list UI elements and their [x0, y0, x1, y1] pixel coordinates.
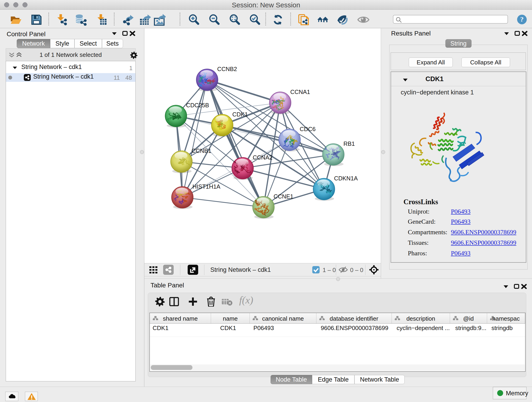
svg-text:CDC25B: CDC25B	[186, 102, 209, 108]
svg-text:CCNA1: CCNA1	[290, 89, 310, 95]
svg-text:CDKN1A: CDKN1A	[334, 175, 358, 182]
svg-text:CCNB2: CCNB2	[217, 66, 237, 72]
svg-text:RB1: RB1	[343, 140, 355, 147]
svg-text:CCNA2: CCNA2	[253, 154, 272, 161]
svg-text:?: ?	[520, 15, 524, 23]
svg-text:CDC6: CDC6	[300, 126, 316, 132]
svg-text:HIST1H1A: HIST1H1A	[192, 183, 220, 190]
svg-text:CCNE1: CCNE1	[273, 193, 293, 200]
svg-text:CCNB1: CCNB1	[191, 148, 211, 154]
svg-text:CDK1: CDK1	[232, 111, 248, 118]
